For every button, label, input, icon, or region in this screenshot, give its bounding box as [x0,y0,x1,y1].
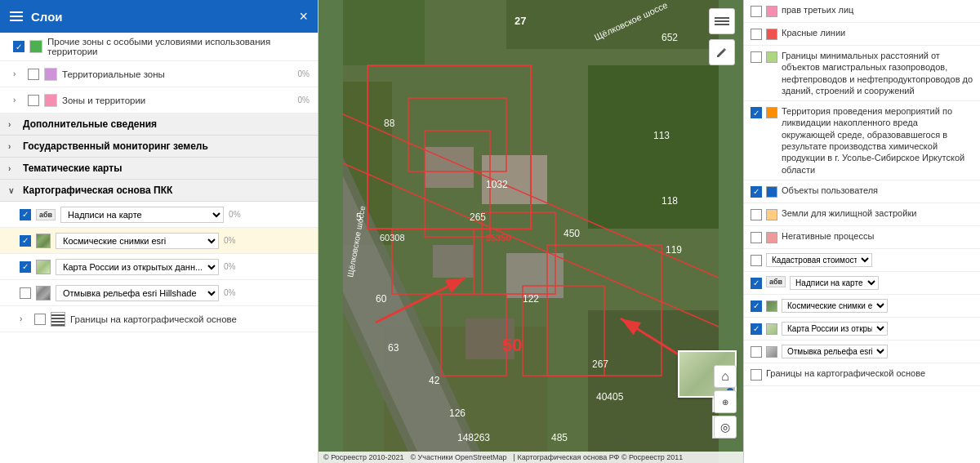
dropdown-kosmicheskie-left[interactable]: Космические снимки esri [56,233,219,249]
svg-rect-54 [715,17,729,19]
dropdown-karta-rossii-right[interactable]: Карта России из открытых дан... [782,322,888,336]
label-granicy-left: Границы на картографической основе [70,314,310,324]
dropdown-nadpisi-left[interactable]: Надписи на карте [60,207,224,223]
checkbox-prav-tretih[interactable] [751,6,762,17]
dropdown-kadastrovaya[interactable]: Кадастровая стоимость ЗУ [766,253,872,267]
swatch-prav-tretih [766,6,777,17]
swatch-zemli [766,209,777,220]
checkbox-karta-rossii-right[interactable] [751,323,762,335]
opacity-otmyvka-left: 0% [224,288,235,297]
checkbox-kosmicheskie-left[interactable] [20,235,31,247]
abv-icon-left: абв [36,209,56,220]
map-controls-top-right [709,8,735,65]
svg-rect-53 [715,20,729,22]
right-layers-panel: прав третьих лиц Красные линии Границы м… [743,0,980,463]
opacity-territorial-zony: 0% [298,69,310,78]
swatch-obekty [766,186,777,198]
checkbox-otmyvka-left[interactable] [20,287,31,299]
checkbox-zony-territorii[interactable] [28,95,39,106]
label-zemli: Земли для жилищной застройки [782,207,973,219]
chevron-kartograficheskaya: ∨ [8,186,18,195]
checkbox-otmyvka-right[interactable] [751,346,762,358]
label-kartograficheskaya: Картографическая основа ПКК [23,185,172,196]
compass-button[interactable]: ◎ [714,416,737,439]
home-button[interactable]: ⌂ [714,365,737,388]
swatch-krasnye-linii [766,29,777,40]
swatch-prochie-zony [29,40,42,53]
dropdown-otmyvka-right[interactable]: Отмывка рельефа esri Hillshade [782,345,888,358]
checkbox-kadastrovaya[interactable] [751,255,762,266]
checkbox-obekty[interactable] [751,186,762,198]
relief-icon-left [36,286,51,301]
svg-rect-48 [343,0,719,463]
layer-granicy-left: › Границы на картографической основе [0,306,318,332]
footer-rf: | Картографическая основа РФ © Росреестр… [514,453,684,461]
layers-toggle-button[interactable] [709,8,735,34]
label-gos-monitoring: Государственный мониторинг земель [23,140,208,152]
relief-icon-right [766,346,777,358]
label-prav-tretih: прав третьих лиц [782,4,973,16]
layer-otmyvka-left: Отмывка рельефа esri Hillshade 0% [0,280,318,306]
lines-icon-left [51,312,65,327]
layer-territorial-zony: › Территориальные зоны 0% [0,61,318,87]
checkbox-karta-rossii-left[interactable] [20,261,31,273]
label-zony-territorii: Зоны и территории [62,96,293,105]
map-icon-left [36,260,51,274]
right-layer-granicy-min: Границы минимальных расстояний от объект… [744,46,980,101]
checkbox-negativnye[interactable] [751,232,762,243]
checkbox-zemli[interactable] [751,209,762,220]
checkbox-krasnye-linii[interactable] [751,29,762,40]
chevron-granicy-left[interactable]: › [20,314,29,323]
group-gos-monitoring[interactable]: › Государственный мониторинг земель [0,136,318,158]
group-kartograficheskaya[interactable]: ∨ Картографическая основа ПКК [0,180,318,202]
swatch-negativnye [766,232,777,243]
right-layer-granicy-kart: Границы на картографической основе [744,363,980,386]
opacity-kosmicheskie-left: 0% [224,236,235,245]
right-layer-kadastrovaya: Кадастровая стоимость ЗУ [744,249,980,272]
edit-button[interactable] [709,39,735,65]
checkbox-nadpisi-left[interactable] [20,209,31,220]
dropdown-otmyvka-left[interactable]: Отмывка рельефа esri Hillshade [56,285,219,301]
dropdown-kosmicheskie-right[interactable]: Космические снимки esri [782,299,888,313]
location-button[interactable]: ⊕ [714,390,737,413]
layer-prochie-zony: Прочие зоны с особыми условиями использо… [0,33,318,61]
layer-kosmicheskie-left: Космические снимки esri 0% [0,228,318,254]
right-layer-karta-rossii: Карта России из открытых дан... [744,318,980,341]
chevron-zony-territorii[interactable]: › [13,96,23,105]
abv-icon-right: абв [766,276,786,287]
layer-zony-territorii: › Зоны и территории 0% [0,87,318,114]
map-area[interactable]: 27 652 113 88 1032 265 35350 5 60308 450… [318,0,743,463]
group-tematic-karty[interactable]: › Тематические карты [0,158,318,180]
header-left: Слои [10,10,63,24]
dropdown-karta-rossii-left[interactable]: Карта России из открытых данн... [56,259,219,275]
chevron-gos-monitoring: › [8,142,18,151]
layer-nadpisi-left: абв Надписи на карте 0% [0,202,318,228]
checkbox-kosmicheskie-right[interactable] [751,301,762,312]
checkbox-granicy-left[interactable] [34,314,46,325]
swatch-territorial-zony [44,68,57,81]
right-layer-zemli: Земли для жилищной застройки [744,203,980,226]
checkbox-territoriya[interactable] [751,107,762,118]
checkbox-granicy-kart[interactable] [751,369,762,381]
right-layer-negativnye: Негативные процессы [744,226,980,249]
right-layer-kosmicheskie: Космические снимки esri [744,295,980,318]
checkbox-territorial-zony[interactable] [28,69,39,80]
checkbox-granicy-min[interactable] [751,51,762,63]
label-negativnye: Негативные процессы [782,230,973,242]
map-icon-right [766,323,777,335]
group-dop-sved[interactable]: › Дополнительные сведения [0,114,318,136]
dropdown-nadpisi-right[interactable]: Надписи на карте [790,276,879,290]
label-granicy-min: Границы минимальных расстояний от объект… [782,50,973,96]
opacity-karta-rossii-left: 0% [224,262,235,271]
checkbox-nadpisi-right[interactable] [751,278,762,289]
swatch-granicy-min [766,51,777,63]
checkbox-prochie-zony[interactable] [13,41,24,52]
chevron-territorial-zony[interactable]: › [13,69,23,78]
swatch-zony-territorii [44,94,57,107]
hamburger-icon[interactable] [10,11,23,21]
map-footer: © Росреестр 2010-2021 © Участники OpenSt… [318,452,743,463]
label-obekty: Объекты пользователя [782,185,973,196]
layer-karta-rossii-left: Карта России из открытых данн... 0% [0,254,318,280]
label-tematic-karty: Тематические карты [23,162,122,174]
close-button[interactable]: × [299,8,308,25]
